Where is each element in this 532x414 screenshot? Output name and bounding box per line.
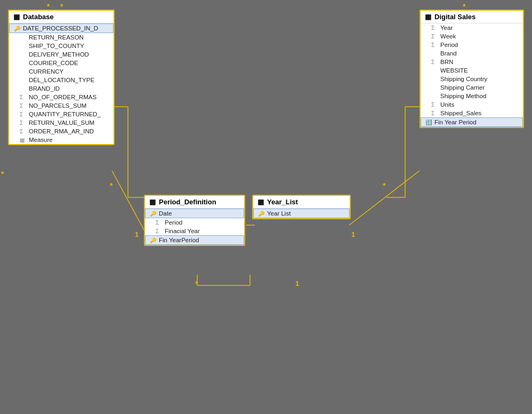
field-no-of-order-rmas: Σ NO_OF_ORDER_RMAS (9, 93, 114, 101)
field-shipping-method: Shipping Method (421, 92, 523, 100)
sigma-icon: Σ (20, 103, 26, 109)
field-brand: Brand (421, 49, 523, 58)
field-return-value-sum: Σ RETURN_VALUE_SUM (9, 118, 114, 127)
sigma-icon: Σ (156, 220, 162, 226)
sigma-icon: Σ (431, 59, 438, 65)
field-date-processed: 🔑 DATE_PROCESSED_IN_D (9, 23, 114, 33)
calc-icon: 🔢 (425, 120, 432, 125)
one-period-year: 1 (295, 280, 299, 288)
period-definition-table: ▦ Period_Definition 🔑 Date Σ Period Σ Fi… (144, 195, 245, 246)
sigma-icon: Σ (20, 129, 26, 134)
field-currency: CURRENCY (9, 67, 114, 76)
field-period-ds: Σ Period (421, 41, 523, 49)
field-brand-id: BRAND_ID (9, 84, 114, 93)
sigma-icon: Σ (20, 112, 26, 117)
field-return-reason: RETURN_REASON (9, 33, 114, 42)
field-shipped-sales: Σ Shipped_Sales (421, 109, 523, 117)
sigma-icon: Σ (431, 34, 438, 39)
field-ship-to-county: SHIP_TO_COUNTY (9, 42, 114, 50)
asterisk-year-digital: * (383, 181, 385, 190)
key-icon: 🔑 (258, 211, 264, 217)
field-finacial-year: Σ Finacial Year (145, 227, 244, 235)
field-period: Σ Period (145, 218, 244, 227)
year-list-icon: ▦ (257, 198, 264, 206)
sigma-icon: Σ (20, 120, 26, 126)
digital-sales-header: ▦ Digital Sales (421, 11, 523, 23)
sigma-icon: Σ (20, 94, 26, 100)
database-table-header: ▦ Database (9, 11, 114, 23)
field-week: Σ Week (421, 32, 523, 41)
field-units: Σ Units (421, 100, 523, 109)
field-date: 🔑 Date (145, 209, 244, 218)
one-year-digital: 1 (351, 230, 355, 238)
svg-line-5 (349, 171, 420, 225)
field-year-list: 🔑 Year List (253, 209, 350, 218)
digital-sales-table: ▦ Digital Sales Σ Year Σ Week Σ Period B… (420, 10, 524, 128)
sigma-icon: Σ (431, 42, 438, 48)
grid-icon: ▦ (20, 137, 26, 143)
asterisk-label-left: * (1, 170, 4, 178)
field-quantity-returned: Σ QUANTITY_RETURNED_ (9, 110, 114, 118)
field-fin-year-period-ds: 🔢 Fin Year Period (421, 117, 523, 127)
sigma-icon: Σ (156, 228, 162, 234)
field-courier-code: COURIER_CODE (9, 59, 114, 67)
field-website: WEBSITE (421, 66, 523, 75)
year-list-table: ▦ Year_List 🔑 Year List (252, 195, 351, 219)
period-def-icon: ▦ (149, 198, 156, 206)
field-order-rma-ar-ind: Σ ORDER_RMA_AR_IND (9, 127, 114, 136)
field-del-location-type: DEL_LOCATION_TYPE (9, 76, 114, 84)
digital-sales-icon: ▦ (425, 13, 431, 21)
one-db-period: 1 (135, 230, 139, 238)
database-table-icon: ▦ (13, 13, 20, 21)
field-year: Σ Year (421, 23, 523, 32)
field-no-parcels-sum: Σ NO_PARCELS_SUM (9, 101, 114, 110)
field-measure: ▦ Measure (9, 136, 114, 144)
field-fin-year-period-def: 🔑 Fin YearPeriod (145, 235, 244, 245)
period-def-header: ▦ Period_Definition (145, 196, 244, 209)
field-delivery-method: DELIVERY_METHOD (9, 50, 114, 59)
field-shipping-carrier: Shipping Carrier (421, 83, 523, 92)
sigma-icon: Σ (431, 110, 438, 116)
database-table: ▦ Database 🔑 DATE_PROCESSED_IN_D RETURN_… (8, 10, 115, 145)
asterisk-period-year: * (195, 280, 198, 288)
key-icon: 🔑 (14, 26, 20, 31)
field-brn: Σ BRN (421, 58, 523, 66)
year-list-header: ▦ Year_List (253, 196, 350, 209)
asterisk-db-period: * (110, 181, 112, 190)
key-icon: 🔑 (150, 211, 156, 217)
field-shipping-country: Shipping Country (421, 75, 523, 83)
svg-line-0 (112, 171, 147, 235)
key-icon: 🔑 (150, 237, 156, 243)
sigma-icon: Σ (431, 25, 438, 31)
sigma-icon: Σ (431, 102, 438, 108)
